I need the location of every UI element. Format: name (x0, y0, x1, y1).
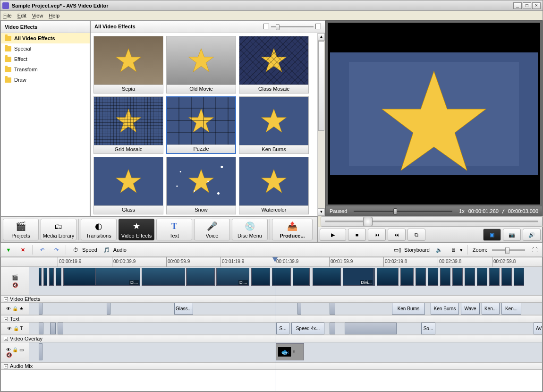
effect-clip[interactable]: Ken Burns (431, 303, 459, 315)
view-small-button[interactable] (263, 24, 269, 29)
effect-clip-handle[interactable] (107, 303, 110, 315)
minimize-button[interactable]: _ (513, 2, 522, 9)
expand-icon[interactable]: + (4, 364, 8, 368)
collapse-icon[interactable]: − (4, 317, 8, 321)
speed-button[interactable]: ⏱Speed (71, 246, 97, 254)
prev-frame-button[interactable]: ⏮ (368, 229, 386, 241)
zoom-slider[interactable] (492, 249, 525, 251)
menu-view[interactable]: View (32, 13, 43, 18)
effect-glass[interactable]: Glass (93, 157, 163, 214)
audio-mix-track-header[interactable]: +Audio Mix (1, 362, 542, 370)
text-track-header[interactable]: −Text (1, 315, 542, 323)
volume-mixer-button[interactable]: 🔈 (434, 246, 444, 254)
close-button[interactable]: × (532, 2, 541, 9)
text-clip-handle[interactable] (58, 323, 63, 334)
video-effects-track-header[interactable]: −Video Effects (1, 295, 542, 303)
voice-button[interactable]: 🎤Voice (194, 219, 230, 240)
text-clip[interactable]: Speed 4x... (291, 323, 324, 334)
display-settings-button[interactable]: 🖥▾ (449, 246, 463, 254)
seek-bar[interactable] (321, 216, 543, 227)
effect-watercolor[interactable]: Watercolor (239, 157, 309, 214)
video-clip[interactable] (501, 268, 512, 286)
maximize-button[interactable]: □ (523, 2, 531, 9)
text-clip-handle[interactable] (330, 323, 335, 334)
video-clip[interactable]: Di... (95, 268, 140, 286)
thumbnail-size-slider[interactable] (271, 26, 314, 27)
effect-clip[interactable]: Ken... (482, 303, 500, 315)
collapse-icon[interactable]: − (4, 337, 8, 341)
text-clip-handle[interactable] (345, 323, 397, 334)
video-clip[interactable]: Divi... (343, 268, 374, 286)
text-track[interactable]: S...Speed 4x...So...AVS Vide... (29, 323, 542, 334)
effect-clip[interactable]: Glass... (174, 303, 193, 315)
video-overlay-track[interactable]: 🐟fi... (29, 342, 542, 362)
overlay-handle[interactable] (39, 343, 42, 360)
text-clip[interactable]: S... (276, 323, 289, 334)
effect-clip[interactable]: Wave (461, 303, 480, 315)
video-clip[interactable] (465, 268, 475, 286)
video-clip[interactable] (428, 268, 438, 286)
seek-knob[interactable] (363, 217, 373, 226)
next-frame-button[interactable]: ⏭ (388, 229, 406, 241)
video-clip[interactable] (187, 268, 215, 286)
fit-zoom-button[interactable]: ⛶ (530, 246, 539, 254)
video-overlay-track-header[interactable]: −Video Overlay (1, 335, 542, 342)
disc-menu-button[interactable]: 💿Disc Menu (232, 219, 268, 240)
video-clip[interactable] (514, 268, 524, 286)
speed-slider[interactable] (354, 211, 452, 212)
play-button[interactable]: ▶ (320, 229, 346, 241)
video-clip[interactable] (142, 268, 185, 286)
menu-help[interactable]: Help (49, 13, 59, 18)
scroll-up-button[interactable]: ▲ (318, 33, 325, 41)
video-clip[interactable] (477, 268, 487, 286)
mute-icon[interactable]: 🔇 (12, 282, 18, 288)
video-clip[interactable]: Di... (216, 268, 249, 286)
video-clip[interactable] (43, 268, 47, 286)
menu-edit[interactable]: Edit (17, 13, 26, 18)
video-clip[interactable] (251, 268, 270, 286)
volume-button[interactable]: 🔊 (523, 229, 541, 241)
video-effects-button[interactable]: ★Video Effects (119, 219, 154, 240)
effect-ken-burns[interactable]: Ken Burns (239, 96, 309, 154)
effect-clip[interactable]: Ken Burns (392, 303, 425, 315)
video-clip[interactable] (293, 268, 310, 286)
text-button[interactable]: TText (156, 219, 192, 240)
split-button[interactable]: ⧉ (407, 229, 425, 241)
video-clip[interactable] (377, 268, 399, 286)
playhead[interactable] (275, 257, 275, 391)
effect-clip-handle[interactable] (297, 303, 301, 315)
category-effect[interactable]: Effect (1, 54, 90, 64)
video-clip[interactable] (400, 268, 414, 286)
video-clip[interactable] (416, 268, 426, 286)
fullscreen-button[interactable]: ▣ (483, 229, 501, 241)
video-effects-track[interactable]: Glass...Ken BurnsKen BurnsWaveKen...Ken.… (29, 303, 542, 315)
audio-button[interactable]: 🎵Audio (102, 246, 127, 254)
video-clip[interactable] (49, 268, 54, 286)
snapshot-button[interactable]: 📷 (503, 229, 521, 241)
text-clip-handle[interactable] (50, 323, 56, 334)
text-clip-handle[interactable] (39, 323, 43, 334)
collapse-icon[interactable]: − (4, 297, 8, 301)
effects-scrollbar[interactable]: ▲ ▼ (317, 33, 325, 216)
menu-file[interactable]: File (3, 13, 12, 18)
storyboard-toggle[interactable]: ▭▯Storyboard (393, 246, 430, 254)
effect-grid-mosaic[interactable]: Grid Mosaic (93, 96, 163, 154)
delete-clip-button[interactable]: ✕ (18, 246, 27, 254)
scroll-down-button[interactable]: ▼ (318, 208, 325, 216)
text-clip[interactable]: So... (421, 323, 435, 334)
undo-button[interactable]: ↶ (37, 246, 47, 254)
effect-glass-mosaic[interactable]: Glass Mosaic (239, 36, 309, 94)
redo-button[interactable]: ↷ (51, 246, 61, 254)
effect-old-movie[interactable]: Old Movie (166, 36, 236, 94)
video-clip[interactable] (56, 268, 61, 286)
produce-button[interactable]: 📤Produce... (272, 219, 313, 240)
category-special[interactable]: Special (1, 43, 90, 54)
video-clip[interactable] (313, 268, 341, 286)
scroll-thumb[interactable] (318, 41, 324, 131)
video-clip[interactable] (452, 268, 463, 286)
video-clip[interactable] (39, 268, 42, 286)
category-transform[interactable]: Transform (1, 64, 90, 75)
view-large-button[interactable] (315, 24, 321, 29)
overlay-clip[interactable]: 🐟fi... (276, 343, 304, 360)
effect-puzzle[interactable]: Puzzle (166, 96, 236, 154)
